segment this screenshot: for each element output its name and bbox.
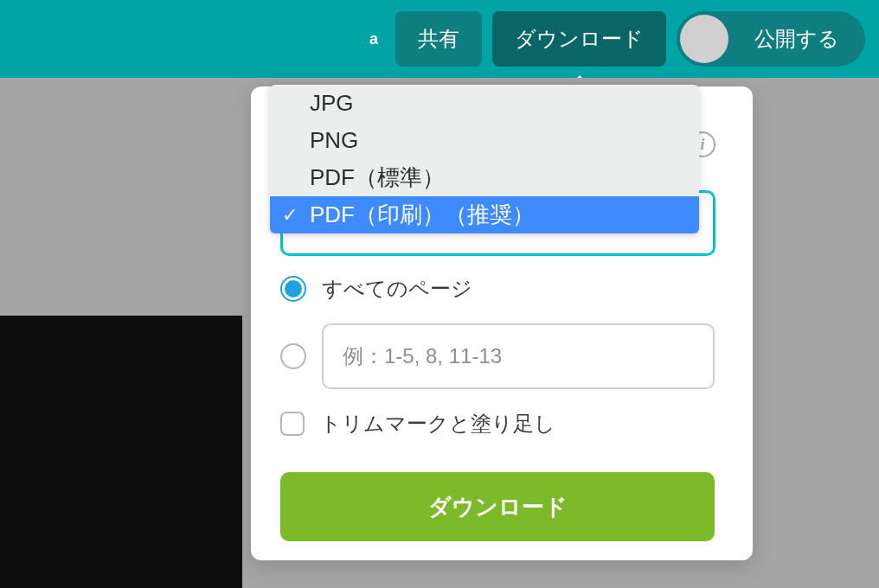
- toolbar-prefix: a: [369, 30, 378, 48]
- dropdown-item-label: PDF（標準）: [310, 164, 445, 190]
- radio-page-range[interactable]: [280, 343, 306, 369]
- page-range-input[interactable]: [322, 323, 715, 389]
- download-tab-button[interactable]: ダウンロード: [492, 11, 666, 67]
- radio-all-pages[interactable]: [280, 276, 306, 302]
- trim-marks-label: トリムマークと塗り足し: [320, 410, 555, 438]
- page-range-row: [280, 323, 715, 389]
- download-tab-label: ダウンロード: [515, 25, 644, 53]
- dropdown-item-pdf-standard[interactable]: PDF（標準）: [270, 159, 699, 196]
- share-button[interactable]: 共有: [395, 11, 482, 67]
- trim-marks-row: トリムマークと塗り足し: [280, 410, 715, 438]
- avatar: [680, 15, 728, 63]
- all-pages-label: すべてのページ: [322, 275, 472, 303]
- dropdown-item-png[interactable]: PNG: [270, 122, 699, 159]
- dropdown-item-label: PDF（印刷）（推奨）: [310, 201, 535, 227]
- download-button-label: ダウンロード: [428, 494, 568, 520]
- all-pages-row: すべてのページ: [280, 275, 715, 303]
- dropdown-item-label: JPG: [310, 90, 354, 116]
- dropdown-item-label: PNG: [310, 127, 358, 153]
- checkbox-trim-marks[interactable]: [280, 412, 305, 436]
- dropdown-item-jpg[interactable]: JPG: [270, 85, 699, 122]
- share-button-label: 共有: [418, 25, 459, 53]
- download-popup: i JPG PNG PDF（標準） PDF（印刷）（推奨） すべてのページ トリ…: [251, 86, 753, 560]
- toolbar: a 共有 ダウンロード 公開する: [0, 0, 879, 78]
- download-button[interactable]: ダウンロード: [280, 472, 715, 541]
- dropdown-item-pdf-print[interactable]: PDF（印刷）（推奨）: [270, 196, 699, 233]
- design-preview: [0, 316, 242, 588]
- file-type-dropdown: JPG PNG PDF（標準） PDF（印刷）（推奨）: [270, 85, 699, 233]
- publish-label: 公開する: [754, 25, 839, 53]
- publish-button[interactable]: 公開する: [677, 11, 865, 67]
